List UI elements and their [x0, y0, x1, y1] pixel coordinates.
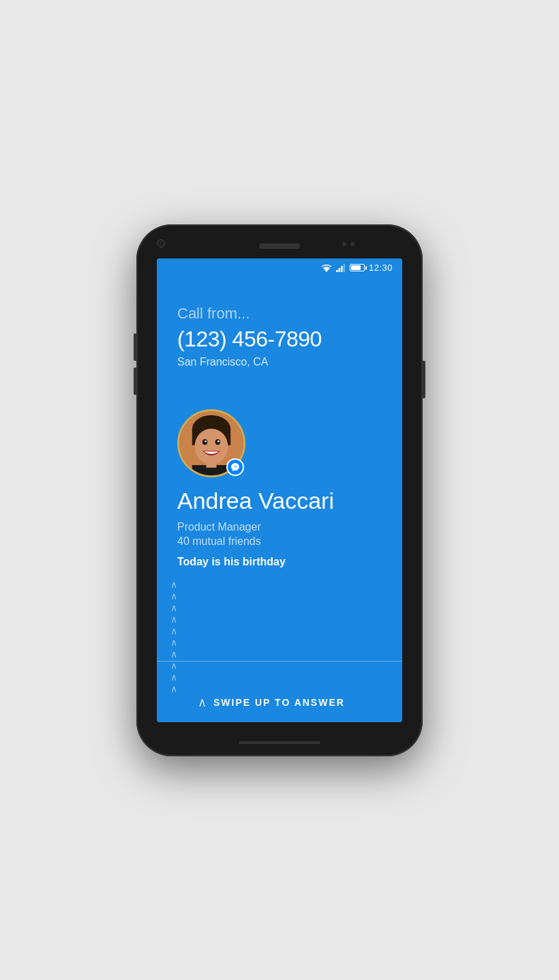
chevron-arrow-5: ∧: [170, 626, 177, 636]
chevron-arrow-7: ∧: [170, 649, 177, 659]
home-bar: [239, 741, 320, 744]
signal-icon: [336, 264, 346, 272]
svg-rect-4: [343, 264, 345, 272]
battery-icon: [350, 264, 365, 271]
svg-rect-14: [206, 460, 216, 467]
chevron-arrow-9: ∧: [170, 672, 177, 682]
status-bar: 12:30: [157, 258, 402, 278]
status-icons: 12:30: [321, 263, 393, 273]
contact-title: Product Manager: [177, 519, 261, 535]
messenger-icon: [230, 462, 240, 472]
swipe-chevron-icon: ∧: [198, 695, 207, 710]
phone-device: 12:30 Call from... (123) 456-7890 San Fr…: [136, 224, 423, 756]
status-time: 12:30: [369, 263, 393, 273]
messenger-badge: [226, 458, 244, 476]
contact-section: Andrea Vaccari Product Manager 40 mutual…: [157, 382, 402, 661]
svg-marker-0: [323, 268, 330, 272]
wifi-icon: [321, 264, 332, 272]
chevron-arrow-3: ∧: [170, 603, 177, 612]
volume-up-button[interactable]: [134, 333, 136, 361]
sensor-area: [342, 242, 354, 246]
svg-rect-1: [336, 270, 338, 272]
chevron-arrow-6: ∧: [170, 638, 177, 647]
volume-down-button[interactable]: [134, 368, 136, 395]
svg-point-11: [205, 440, 207, 442]
earpiece-speaker: [259, 243, 300, 249]
caller-location: San Francisco, CA: [177, 356, 382, 368]
svg-rect-3: [341, 266, 343, 272]
chevron-arrow-8: ∧: [170, 661, 177, 670]
swipe-up-to-answer-text: SWIPE UP TO ANSWER: [213, 697, 345, 708]
svg-point-12: [217, 440, 220, 442]
front-camera: [157, 239, 165, 248]
contact-birthday: Today is his birthday: [177, 556, 286, 568]
phone-screen: 12:30 Call from... (123) 456-7890 San Fr…: [157, 258, 402, 722]
contact-name: Andrea Vaccari: [177, 488, 334, 514]
call-from-label: Call from...: [177, 305, 382, 323]
call-info-section: Call from... (123) 456-7890 San Francisc…: [157, 278, 402, 382]
power-button[interactable]: [423, 361, 425, 398]
chevron-arrow-2: ∧: [170, 591, 177, 601]
phone-number: (123) 456-7890: [177, 327, 382, 352]
chevron-arrows-column: ∧ ∧ ∧ ∧ ∧ ∧ ∧ ∧ ∧ ∧: [170, 580, 177, 694]
swipe-section[interactable]: ∧ ∧ ∧ ∧ ∧ ∧ ∧ ∧ ∧ ∧ ∧ SWIPE UP TO ANSWER: [157, 661, 402, 722]
avatar-wrapper: [177, 409, 245, 477]
chevron-arrow-1: ∧: [170, 580, 177, 589]
chevron-arrow-10: ∧: [170, 684, 177, 694]
chevron-arrow-4: ∧: [170, 614, 177, 624]
contact-mutual-friends: 40 mutual friends: [177, 535, 261, 548]
swipe-bar[interactable]: ∧ SWIPE UP TO ANSWER: [157, 683, 402, 722]
svg-point-8: [195, 428, 228, 464]
svg-rect-2: [338, 268, 340, 272]
